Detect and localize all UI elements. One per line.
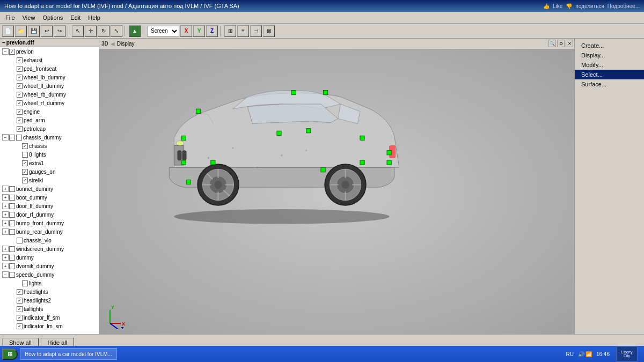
tree-item-wheel-rf[interactable]: wheel_rf_dummy [0,99,99,107]
expand-door-rf[interactable]: + [2,211,9,218]
ctx-menu-display[interactable]: Display... [575,50,644,60]
toolbar-scale[interactable]: ⤡ [111,25,122,37]
tree-item-previon[interactable]: − previon [0,47,99,56]
check-ped-arm[interactable] [17,117,23,123]
check-petrolcap[interactable] [17,126,23,132]
toolbar-rotate[interactable]: ↻ [98,25,109,37]
tree-item-wheel-rb[interactable]: wheel_rb_dummy [0,90,99,99]
tree-item-bump-rear[interactable]: + bump_rear_dummy [0,227,99,236]
tree-item-indicator-lf[interactable]: indicator_lf_sm [0,313,99,322]
check-door-lf[interactable] [9,203,15,209]
check-wheel-lf[interactable] [17,83,23,89]
check-exhaust[interactable] [17,57,23,63]
tree-item-ped-arm[interactable]: ped_arm [0,116,99,124]
toolbar-z-axis[interactable]: Z [206,25,218,37]
toolbar-select[interactable]: ↖ [72,25,84,37]
check-wheel-lb[interactable] [17,75,23,80]
more-label[interactable]: Подробнее... [608,3,640,9]
check-taillights[interactable] [17,306,23,312]
like-label[interactable]: Like [553,3,562,9]
tree-item-engine[interactable]: engine [0,107,99,116]
tree-item-indicator-lm[interactable]: indicator_lm_sm [0,322,99,330]
check-dvornik[interactable] [9,263,15,269]
check-indicator-lm[interactable] [17,323,23,329]
expand-dvornik[interactable]: + [2,263,9,269]
tree-item-door-rf[interactable]: + door_rf_dummy [0,210,99,219]
toolbar-move[interactable]: ✛ [85,25,97,37]
tree-item-bonnet-dummy[interactable]: + bonnet_dummy [0,184,99,193]
check-headlights[interactable] [17,289,23,295]
ctx-menu-select[interactable]: Select... [575,70,644,79]
tree-item-chassis-vlo[interactable]: chassis_vlo [0,236,99,245]
check-boot-dummy[interactable] [9,195,15,201]
check-strelki[interactable] [22,178,28,183]
expand-bump-rear[interactable]: + [2,228,9,235]
tree-item-door-lf[interactable]: + door_lf_dummy [0,202,99,210]
settings-viewport-btn[interactable]: ⚙ [557,40,565,47]
tree-item-gauges-on[interactable]: gauges_on [0,167,99,176]
tree-item-extra1[interactable]: extra1 [0,159,99,167]
dislike-icon[interactable]: 👎 [566,3,572,9]
check-speedo[interactable] [9,272,15,278]
tree-item-dvornik[interactable]: + dvornik_dummy [0,262,99,270]
toolbar-new[interactable]: 📄 [2,25,14,37]
tree-item-ped-frontseat[interactable]: ped_frontseat [0,64,99,73]
check-chassis-vlo[interactable] [17,238,23,243]
tree-item-boot-dummy[interactable]: + boot_dummy [0,193,99,202]
close-viewport-btn[interactable]: ✕ [566,40,573,47]
taskbar-app-item[interactable]: How to adapt a car model for IVLM... [20,348,117,360]
tree-item-petrolcap[interactable]: petrolcap [0,124,99,133]
check-door-rf[interactable] [9,212,15,218]
viewport[interactable]: 3D ◀ Display 🔍 ⚙ ✕ [99,39,574,334]
toolbar-array[interactable]: ⊠ [263,25,275,37]
check-engine[interactable] [17,109,23,115]
maximize-viewport-btn[interactable]: 🔍 [548,40,556,47]
expand-dummy[interactable]: + [2,254,9,261]
menu-options[interactable]: Options [39,13,66,22]
toolbar-save[interactable]: 💾 [28,25,40,37]
toolbar-snap[interactable]: ⊞ [224,25,236,37]
like-icon[interactable]: 👍 [543,3,550,9]
check-chassis-dummy[interactable] [16,135,22,141]
tree-item-taillights[interactable]: taillights [0,305,99,313]
check-ped-frontseat[interactable] [17,66,23,72]
check-gauges-on[interactable] [22,169,28,175]
check-headlights2[interactable] [17,298,23,304]
tree-item-windscreen[interactable]: + windscreen_dummy [0,245,99,253]
toolbar-align[interactable]: ≡ [237,25,249,37]
tree-item-0-lights[interactable]: 0 lights [0,150,99,159]
tree-item-lights[interactable]: lights [0,279,99,287]
expand-chassis-dummy[interactable]: − [2,134,9,141]
menu-edit[interactable]: Edit [67,13,84,22]
check-extra1[interactable] [22,160,28,166]
check-chassis-dummy-outer[interactable] [9,135,15,141]
tree-item-strelki[interactable]: strelki [0,176,99,184]
tree-item-dummy[interactable]: + dummy [0,253,99,262]
expand-bump-front[interactable]: + [2,220,9,226]
check-0-lights[interactable] [22,152,28,158]
viewport-content[interactable]: X Y Z [99,49,574,334]
menu-help[interactable]: Help [85,13,104,22]
check-bump-rear[interactable] [9,229,15,235]
tree-item-speedo[interactable]: − speedo_dummy [0,270,99,279]
expand-speedo[interactable]: − [2,271,9,278]
check-chassis[interactable] [22,143,28,149]
check-lights[interactable] [22,280,28,286]
tree-item-exhaust[interactable]: exhaust [0,56,99,64]
menu-file[interactable]: File [2,13,18,22]
toolbar-y-axis[interactable]: Y [193,25,205,37]
check-previon[interactable] [9,49,15,55]
start-button[interactable]: ⊞ [2,349,18,360]
expand-windscreen[interactable]: + [2,246,9,252]
tree-item-wheel-lf[interactable]: wheel_lf_dummy [0,82,99,90]
check-bonnet-dummy[interactable] [9,186,15,192]
check-indicator-lf[interactable] [17,315,23,321]
toolbar-x-axis[interactable]: X [180,25,192,37]
tree-item-headlights2[interactable]: headlights2 [0,296,99,305]
toolbar-mirror[interactable]: ⊣ [250,25,262,37]
tree-item-wheel-lb[interactable]: wheel_lb_dummy [0,73,99,82]
tree-item-chassis-dummy[interactable]: − chassis_dummy [0,133,99,142]
toolbar-screen-select[interactable]: Screen World [147,26,179,36]
ctx-menu-surface[interactable]: Surface... [575,79,644,89]
toolbar-redo[interactable]: ↪ [54,25,65,37]
